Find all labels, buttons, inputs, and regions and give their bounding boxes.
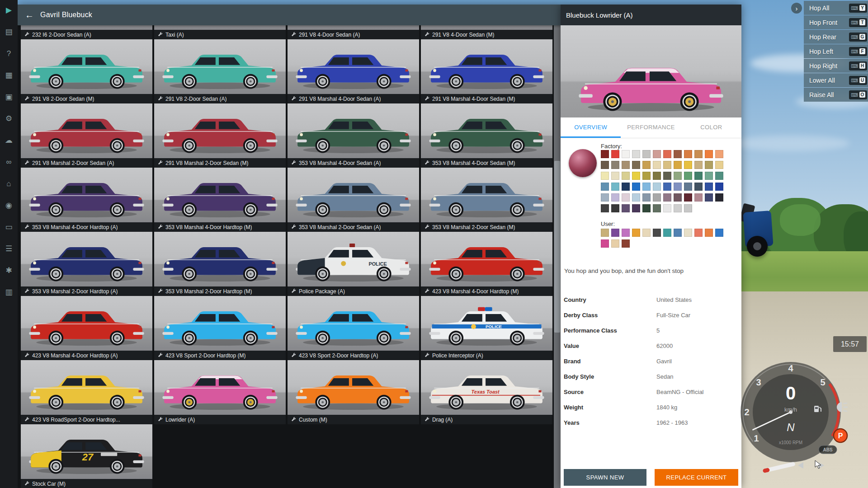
factory-color-swatch[interactable] xyxy=(632,193,640,202)
factory-color-swatch[interactable] xyxy=(663,204,671,212)
vehicles-icon[interactable]: ▣ xyxy=(5,92,12,102)
vehicle-config-tile[interactable]: POLICE POLICE Texas Toast xyxy=(154,39,286,103)
user-color-swatch[interactable] xyxy=(611,229,619,237)
hop-action-item[interactable]: Hop All ⌨ Y xyxy=(804,1,868,15)
factory-color-swatch[interactable] xyxy=(705,172,713,180)
hop-action-item[interactable]: Lower All ⌨ U xyxy=(804,73,868,87)
replace-current-button[interactable]: REPLACE CURRENT xyxy=(655,469,738,486)
vehicle-config-tile[interactable]: POLICE POLICE Texas Toast xyxy=(421,296,552,360)
factory-color-swatch[interactable] xyxy=(653,172,661,180)
stats-icon[interactable]: ▥ xyxy=(5,287,12,297)
user-color-swatch[interactable] xyxy=(642,229,651,237)
factory-color-swatch[interactable] xyxy=(642,183,651,191)
factory-color-swatch[interactable] xyxy=(642,172,651,180)
factory-color-swatch[interactable] xyxy=(622,150,630,158)
vehicle-config-tile[interactable]: POLICE POLICE Texas Toast xyxy=(288,103,419,168)
user-color-swatch[interactable] xyxy=(611,239,619,248)
factory-color-swatch[interactable] xyxy=(694,172,703,180)
vehicle-config-tile[interactable]: POLICE POLICE Texas Toast xyxy=(288,39,419,103)
user-color-swatch[interactable] xyxy=(622,229,630,237)
factory-color-swatch[interactable] xyxy=(611,172,619,180)
cloud-icon[interactable]: ☁ xyxy=(5,136,13,145)
factory-color-swatch[interactable] xyxy=(601,193,609,202)
factory-color-swatch[interactable] xyxy=(632,183,640,191)
vehicle-config-tile[interactable]: POLICE POLICE Texas Toast xyxy=(21,232,152,296)
vehicle-config-tile[interactable]: POLICE POLICE Texas Toast xyxy=(21,103,152,168)
vehicle-config-tile[interactable]: POLICE POLICE Texas Toast xyxy=(21,39,152,103)
factory-color-swatch[interactable] xyxy=(642,204,651,212)
factory-color-swatch[interactable] xyxy=(642,161,651,169)
factory-color-swatch[interactable] xyxy=(715,172,723,180)
vehicle-config-tile[interactable]: POLICE POLICE Texas Toast xyxy=(21,296,152,360)
factory-color-swatch[interactable] xyxy=(632,204,640,212)
user-color-swatch[interactable] xyxy=(601,239,609,248)
hop-action-item[interactable]: Raise All ⌨ O xyxy=(804,88,868,102)
factory-color-swatch[interactable] xyxy=(601,161,609,169)
factory-color-swatch[interactable] xyxy=(705,150,713,158)
user-color-swatch[interactable] xyxy=(622,239,630,248)
user-color-swatch[interactable] xyxy=(601,229,609,237)
factory-color-swatch[interactable] xyxy=(674,172,682,180)
factory-color-swatch[interactable] xyxy=(632,161,640,169)
factory-color-swatch[interactable] xyxy=(653,183,661,191)
factory-color-swatch[interactable] xyxy=(611,161,619,169)
factory-color-swatch[interactable] xyxy=(715,193,723,202)
factory-color-swatch[interactable] xyxy=(705,193,713,202)
photo-mode-icon[interactable]: ◉ xyxy=(5,201,12,211)
vehicle-config-tile[interactable]: POLICE POLICE Texas Toast xyxy=(421,232,552,296)
factory-color-swatch[interactable] xyxy=(684,204,692,212)
user-color-swatch[interactable] xyxy=(684,229,692,237)
factory-color-swatch[interactable] xyxy=(705,161,713,169)
factory-color-swatch[interactable] xyxy=(622,183,630,191)
vehicle-config-tile[interactable]: POLICE POLICE Texas Toast xyxy=(154,103,286,168)
scenarios-icon[interactable]: ▤ xyxy=(5,27,12,37)
factory-color-swatch[interactable] xyxy=(705,183,713,191)
hop-action-item[interactable]: Hop Front ⌨ T xyxy=(804,15,868,29)
vehicle-config-tile[interactable]: POLICE POLICE Texas Toast xyxy=(288,168,419,232)
factory-color-swatch[interactable] xyxy=(663,183,671,191)
factory-color-swatch[interactable] xyxy=(622,161,630,169)
factory-color-swatch[interactable] xyxy=(601,204,609,212)
user-color-swatch[interactable] xyxy=(715,229,723,237)
factory-color-swatch[interactable] xyxy=(663,161,671,169)
factory-color-swatch[interactable] xyxy=(611,193,619,202)
factory-color-swatch[interactable] xyxy=(601,183,609,191)
factory-color-swatch[interactable] xyxy=(694,193,703,202)
factory-color-swatch[interactable] xyxy=(622,204,630,212)
vehicle-config-tile[interactable]: POLICE POLICE Texas Toast xyxy=(421,103,552,168)
factory-color-swatch[interactable] xyxy=(642,193,651,202)
play-icon[interactable]: ▶ xyxy=(6,5,12,15)
factory-color-swatch[interactable] xyxy=(622,193,630,202)
vehicle-config-tile[interactable]: POLICE POLICE Texas Toast xyxy=(21,168,152,232)
vehicle-config-tile[interactable]: POLICE POLICE Texas Toast xyxy=(288,232,419,296)
user-color-swatch[interactable] xyxy=(674,229,682,237)
mods-icon[interactable]: ▦ xyxy=(5,70,12,80)
user-color-swatch[interactable] xyxy=(653,229,661,237)
detail-tab[interactable]: PERFORMANCE xyxy=(621,117,681,138)
options-icon[interactable]: ⚙ xyxy=(5,114,12,124)
factory-color-swatch[interactable] xyxy=(715,150,723,158)
factory-color-swatch[interactable] xyxy=(694,161,703,169)
vehicle-config-tile[interactable]: POLICE POLICE Texas Toast xyxy=(21,424,152,488)
factory-color-swatch[interactable] xyxy=(611,183,619,191)
vehicle-config-tile[interactable]: POLICE POLICE Texas Toast xyxy=(421,360,552,424)
spawn-new-button[interactable]: SPAWN NEW xyxy=(564,469,646,486)
detail-tab[interactable]: OVERVIEW xyxy=(561,117,621,138)
vehicle-config-tile[interactable]: POLICE POLICE Texas Toast xyxy=(421,39,552,103)
vehicle-config-tile[interactable]: POLICE POLICE Texas Toast xyxy=(288,360,419,424)
user-color-swatch[interactable] xyxy=(694,229,703,237)
vehicle-config-tile[interactable]: POLICE POLICE Texas Toast xyxy=(288,296,419,360)
factory-color-swatch[interactable] xyxy=(663,193,671,202)
factory-color-swatch[interactable] xyxy=(674,150,682,158)
hop-action-item[interactable]: Hop Right ⌨ H xyxy=(804,59,868,73)
factory-color-swatch[interactable] xyxy=(684,172,692,180)
vehicle-config-tile[interactable]: POLICE POLICE Texas Toast xyxy=(421,168,552,232)
help-icon[interactable]: ? xyxy=(7,49,11,59)
grid-scrollbar[interactable] xyxy=(554,25,561,488)
vehicle-config-tile[interactable]: POLICE POLICE Texas Toast xyxy=(154,296,286,360)
factory-color-swatch[interactable] xyxy=(611,204,619,212)
factory-color-swatch[interactable] xyxy=(684,183,692,191)
factory-color-swatch[interactable] xyxy=(653,193,661,202)
factory-color-swatch[interactable] xyxy=(642,150,651,158)
debug-icon[interactable]: ✱ xyxy=(5,266,12,276)
